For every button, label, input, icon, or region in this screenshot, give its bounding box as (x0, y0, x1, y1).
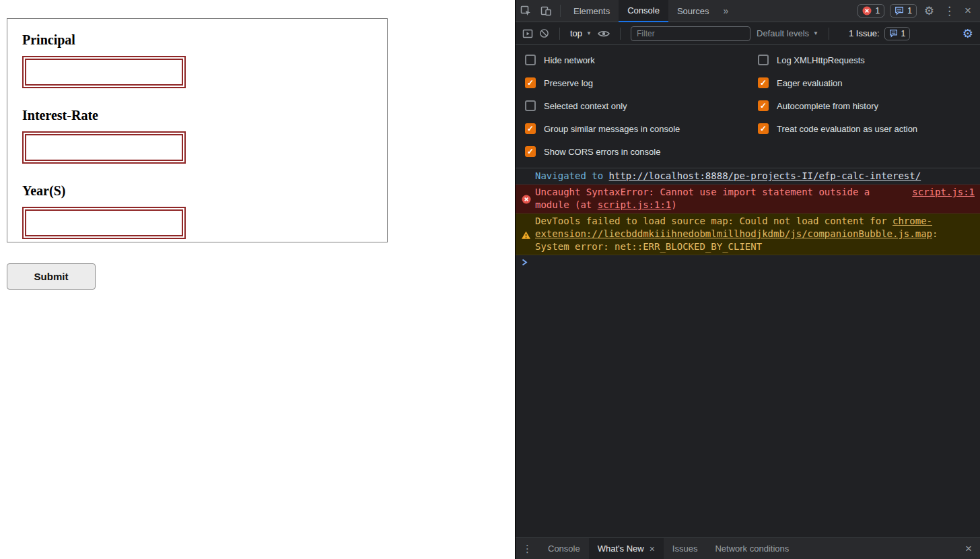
console-toolbar: top ▼ Default levels ▼ 1 Issue: (516, 22, 980, 45)
checkbox-label: Autocomplete from history (777, 101, 878, 111)
checkbox-label: Treat code evaluation as user action (777, 124, 917, 134)
checkbox-hide-network[interactable]: Hide network (525, 48, 758, 71)
devtools-top-right: 1 1 ⚙ ⋮ × (858, 4, 980, 18)
checkbox-icon[interactable] (525, 55, 536, 65)
error-source-link[interactable]: script.js:1 (912, 186, 975, 199)
checkbox-log-xmlhttprequests[interactable]: Log XMLHttpRequests (758, 48, 917, 71)
close-devtools-icon[interactable]: × (963, 4, 973, 18)
separator (560, 5, 561, 17)
separator (620, 28, 621, 40)
interest-rate-input[interactable] (22, 131, 186, 164)
checkbox-label: Hide network (544, 55, 595, 65)
issue-bubble-icon (889, 29, 898, 38)
kebab-menu-icon[interactable]: ⋮ (942, 4, 957, 18)
drawer-tab-network-conditions[interactable]: Network conditions (706, 538, 798, 559)
drawer-kebab-icon[interactable]: ⋮ (516, 543, 539, 555)
error-text-end: ) (671, 199, 676, 210)
console-message-navigated: Navigated to http://localhost:8888/pe-pr… (516, 168, 980, 185)
checkbox-icon[interactable] (525, 100, 536, 111)
separator (559, 28, 560, 40)
submit-button[interactable]: Submit (7, 263, 96, 290)
checkbox-preserve-log[interactable]: Preserve log (525, 71, 758, 94)
checkbox-icon[interactable] (525, 146, 536, 157)
settings-column-right: Log XMLHttpRequests Eager evaluation Aut… (758, 48, 917, 163)
console-sidebar-icon[interactable] (522, 28, 533, 39)
live-expression-eye-icon[interactable] (598, 29, 610, 38)
warning-text: DevTools failed to load source map: Coul… (535, 216, 893, 226)
chevron-down-icon: ▼ (813, 30, 818, 36)
more-tabs-icon[interactable]: » (718, 5, 734, 16)
clear-console-icon[interactable] (539, 28, 549, 38)
message-bubble-icon (895, 6, 904, 15)
checkbox-icon[interactable] (758, 123, 769, 134)
interest-rate-label: Interest-Rate (22, 108, 372, 123)
drawer-tab-console[interactable]: Console (539, 538, 589, 559)
close-drawer-icon[interactable]: × (957, 542, 980, 556)
drawer-tab-bar: ⋮ Console What's New × Issues Network co… (516, 537, 980, 559)
separator (829, 28, 829, 40)
checkbox-icon[interactable] (525, 123, 536, 134)
chevron-down-icon: ▼ (586, 30, 592, 36)
tab-console[interactable]: Console (619, 0, 668, 22)
screen: Principal Interest-Rate Year(S) Submit (0, 0, 980, 559)
field-group-principal: Principal (22, 32, 372, 88)
issues-count-badge[interactable]: 1 (884, 27, 911, 40)
error-count: 1 (875, 6, 880, 15)
console-settings-panel: Hide network Preserve log Selected conte… (516, 45, 980, 168)
drawer-tab-whats-new[interactable]: What's New × (589, 538, 664, 559)
field-group-years: Year(S) (22, 183, 372, 239)
browser-viewport: Principal Interest-Rate Year(S) Submit (0, 0, 515, 559)
error-circle-icon (862, 6, 872, 15)
checkbox-icon[interactable] (758, 55, 769, 65)
context-value: top (570, 28, 582, 38)
navigated-url-link[interactable]: http://localhost:8888/pe-projects-II/efp… (609, 170, 921, 181)
checkbox-label: Group similar messages in console (544, 124, 680, 134)
inspect-element-icon[interactable] (516, 0, 536, 22)
error-count-badge[interactable]: 1 (858, 4, 884, 18)
checkbox-label: Selected context only (544, 101, 627, 111)
warning-triangle-icon (521, 216, 531, 253)
settings-gear-icon[interactable]: ⚙ (922, 4, 936, 18)
principal-input[interactable] (22, 56, 186, 88)
checkbox-treat-code-eval[interactable]: Treat code evaluation as user action (758, 117, 917, 140)
console-output: Navigated to http://localhost:8888/pe-pr… (516, 168, 980, 537)
checkbox-label: Log XMLHttpRequests (777, 55, 865, 65)
checkbox-selected-context-only[interactable]: Selected context only (525, 94, 758, 117)
filter-input[interactable] (631, 26, 750, 41)
console-settings-gear-icon[interactable]: ⚙ (963, 26, 973, 41)
years-label: Year(S) (22, 183, 372, 199)
device-toolbar-icon[interactable] (536, 0, 556, 22)
checkbox-icon[interactable] (525, 77, 536, 88)
checkbox-label: Preserve log (544, 78, 593, 88)
field-group-interest-rate: Interest-Rate (22, 108, 372, 164)
error-text: Uncaught SyntaxError: Cannot use import … (535, 187, 870, 210)
error-circle-icon (521, 187, 531, 211)
checkbox-show-cors-errors[interactable]: Show CORS errors in console (525, 140, 758, 163)
tab-elements[interactable]: Elements (565, 0, 619, 22)
checkbox-icon[interactable] (758, 77, 769, 88)
devtools-tab-bar: Elements Console Sources » 1 (516, 0, 980, 22)
checkbox-eager-evaluation[interactable]: Eager evaluation (758, 71, 917, 94)
checkbox-autocomplete-history[interactable]: Autocomplete from history (758, 94, 917, 117)
levels-value: Default levels (757, 28, 809, 38)
context-selector[interactable]: top ▼ (570, 28, 592, 38)
console-message-error: script.js:1Uncaught SyntaxError: Cannot … (516, 185, 980, 213)
principal-label: Principal (22, 32, 372, 48)
issues-count: 1 (901, 29, 906, 38)
checkbox-label: Eager evaluation (777, 78, 843, 88)
message-count: 1 (907, 6, 912, 15)
close-tab-icon[interactable]: × (650, 538, 655, 559)
checkbox-icon[interactable] (758, 100, 769, 111)
drawer-tab-issues[interactable]: Issues (664, 538, 707, 559)
navigated-text: Navigated to (535, 170, 609, 181)
error-script-link[interactable]: script.js:1:1 (598, 199, 672, 210)
settings-column-left: Hide network Preserve log Selected conte… (525, 48, 758, 163)
form-container: Principal Interest-Rate Year(S) (7, 18, 388, 242)
years-input[interactable] (22, 207, 186, 239)
tab-sources[interactable]: Sources (668, 0, 718, 22)
checkbox-group-similar[interactable]: Group similar messages in console (525, 117, 758, 140)
message-count-badge[interactable]: 1 (890, 4, 917, 18)
console-prompt[interactable] (516, 255, 980, 269)
issues-summary[interactable]: 1 Issue: 1 (849, 27, 910, 40)
log-levels-selector[interactable]: Default levels ▼ (757, 28, 818, 38)
